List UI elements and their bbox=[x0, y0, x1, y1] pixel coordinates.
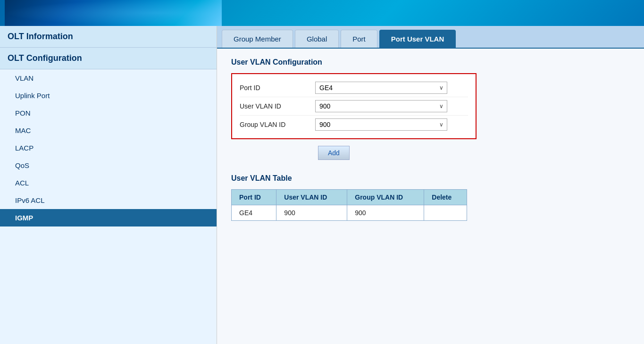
table-header-row: Port ID User VLAN ID Group VLAN ID Delet… bbox=[232, 190, 467, 205]
tabs-bar: Group Member Global Port Port User VLAN bbox=[217, 26, 644, 49]
user-vlan-id-label: User VLAN ID bbox=[240, 102, 315, 110]
sidebar-item-olt-config[interactable]: OLT Configuration bbox=[0, 48, 217, 69]
header-banner bbox=[5, 0, 222, 26]
tab-port-user-vlan[interactable]: Port User VLAN bbox=[379, 30, 456, 48]
group-vlan-id-select[interactable]: 100 200 300 900 bbox=[315, 118, 447, 131]
config-row-group-vlan-id: Group VLAN ID 100 200 300 900 bbox=[240, 116, 468, 134]
col-group-vlan-id: Group VLAN ID bbox=[347, 190, 424, 205]
add-button[interactable]: Add bbox=[318, 146, 350, 160]
vlan-table: Port ID User VLAN ID Group VLAN ID Delet… bbox=[231, 189, 467, 221]
sidebar-item-acl[interactable]: ACL bbox=[0, 174, 217, 192]
table-section-title: User VLAN Table bbox=[231, 174, 630, 183]
port-id-select-wrapper: GE1 GE2 GE3 GE4 GE5 GE6 GE7 GE8 bbox=[315, 82, 447, 94]
col-port-id: Port ID bbox=[232, 190, 276, 205]
cell-port-id: GE4 bbox=[232, 205, 276, 221]
config-section-title: User VLAN Configuration bbox=[231, 58, 630, 67]
config-box: Port ID GE1 GE2 GE3 GE4 GE5 GE6 GE7 GE8 bbox=[231, 73, 477, 139]
sidebar-item-vlan[interactable]: VLAN bbox=[0, 69, 217, 87]
sidebar-item-qos[interactable]: QoS bbox=[0, 157, 217, 174]
header bbox=[0, 0, 644, 26]
cell-group-vlan-id: 900 bbox=[347, 205, 424, 221]
port-id-label: Port ID bbox=[240, 84, 315, 92]
sidebar-item-ipv6-acl[interactable]: IPv6 ACL bbox=[0, 192, 217, 209]
content-area: Group Member Global Port Port User VLAN … bbox=[217, 26, 644, 344]
tab-port[interactable]: Port bbox=[341, 30, 377, 48]
user-vlan-id-select[interactable]: 100 200 300 900 bbox=[315, 100, 447, 112]
config-row-user-vlan-id: User VLAN ID 100 200 300 900 bbox=[240, 97, 468, 116]
col-user-vlan-id: User VLAN ID bbox=[276, 190, 347, 205]
sidebar-item-olt-info[interactable]: OLT Information bbox=[0, 26, 217, 48]
sidebar-item-igmp[interactable]: IGMP bbox=[0, 209, 217, 227]
tab-group-member[interactable]: Group Member bbox=[222, 30, 293, 48]
main-layout: OLT Information OLT Configuration VLAN U… bbox=[0, 26, 644, 344]
cell-user-vlan-id: 900 bbox=[276, 205, 347, 221]
sidebar-item-mac[interactable]: MAC bbox=[0, 122, 217, 139]
cell-delete bbox=[424, 205, 467, 221]
sidebar-item-uplink-port[interactable]: Uplink Port bbox=[0, 87, 217, 104]
content-panel: User VLAN Configuration Port ID GE1 GE2 … bbox=[217, 49, 644, 344]
port-id-select[interactable]: GE1 GE2 GE3 GE4 GE5 GE6 GE7 GE8 bbox=[315, 82, 447, 94]
user-vlan-id-select-wrapper: 100 200 300 900 bbox=[315, 100, 447, 112]
table-row: GE4 900 900 bbox=[232, 205, 467, 221]
tab-global[interactable]: Global bbox=[295, 30, 339, 48]
sidebar-item-lacp[interactable]: LACP bbox=[0, 139, 217, 157]
group-vlan-id-label: Group VLAN ID bbox=[240, 121, 315, 128]
group-vlan-id-select-wrapper: 100 200 300 900 bbox=[315, 118, 447, 131]
col-delete: Delete bbox=[424, 190, 467, 205]
sidebar-item-pon[interactable]: PON bbox=[0, 104, 217, 122]
sidebar: OLT Information OLT Configuration VLAN U… bbox=[0, 26, 217, 344]
config-row-port-id: Port ID GE1 GE2 GE3 GE4 GE5 GE6 GE7 GE8 bbox=[240, 79, 468, 97]
